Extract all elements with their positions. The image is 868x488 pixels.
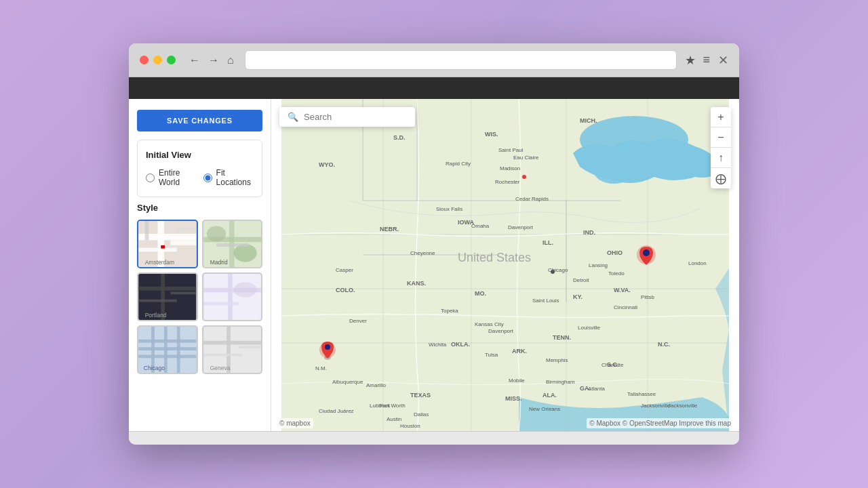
forward-button[interactable]: → [205,52,222,69]
map-search-bar: 🔍 [279,107,415,127]
svg-rect-33 [177,327,180,373]
svg-text:Chicago: Chicago [144,365,165,371]
svg-text:Amsterdam: Amsterdam [145,259,174,266]
svg-text:Jacksonville: Jacksonville [668,403,698,409]
svg-text:NEBR.: NEBR. [380,226,399,232]
svg-rect-36 [203,341,261,345]
bottom-bar [129,431,739,445]
style-thumb-monochrome[interactable]: Geneva [202,325,263,374]
save-changes-button[interactable]: SAVE CHANGES [137,110,262,131]
svg-text:Geneva: Geneva [210,365,230,371]
app-body: SAVE CHANGES Initial View Entire World F… [129,99,739,431]
svg-text:W.VA.: W.VA. [614,287,631,293]
svg-text:Rochester: Rochester [495,179,520,185]
svg-text:Davenport: Davenport [508,224,534,230]
svg-text:Wichita: Wichita [429,342,447,348]
svg-text:Houston: Houston [400,423,420,429]
svg-text:Portland: Portland [145,312,167,319]
map-attribution: © Mapbox © OpenStreetMap Improve this ma… [587,418,734,428]
window-close-icon[interactable]: ✕ [718,53,728,68]
svg-text:Sioux Falls: Sioux Falls [436,206,462,212]
svg-text:Albuquerque: Albuquerque [332,379,363,385]
initial-view-card: Initial View Entire World Fit Locations [137,140,262,197]
svg-text:OHIO: OHIO [607,249,623,256]
svg-text:N.C.: N.C. [658,341,670,348]
svg-text:Cedar Rapids: Cedar Rapids [515,196,549,202]
toolbar-icons: ★ ≡ [685,53,710,68]
traffic-lights [140,56,176,64]
svg-point-134 [551,270,555,274]
reset-bearing-button[interactable]: ↑ [711,148,731,168]
map-container: WYO. S.D. WIS. MICH. NEBR. IOWA ILL. IND… [271,99,739,431]
svg-text:Detroit: Detroit [573,277,589,283]
zoom-out-button[interactable]: − [711,127,731,148]
search-icon: 🔍 [288,112,298,122]
mapbox-logo-text: © mapbox [279,420,311,427]
close-button[interactable] [140,56,149,64]
svg-rect-6 [177,227,196,230]
minimize-button[interactable] [153,56,162,64]
svg-text:Tulsa: Tulsa [485,352,498,358]
zoom-in-button[interactable]: + [711,107,731,127]
svg-text:WIS.: WIS. [485,131,498,138]
svg-text:Dallas: Dallas [414,411,429,418]
svg-text:MICH.: MICH. [580,117,597,124]
nav-buttons: ← → ⌂ [186,52,237,69]
svg-text:Omaha: Omaha [471,223,490,229]
gps-button[interactable]: ⨁ [711,168,731,188]
svg-text:Rapid City: Rapid City [446,161,471,167]
svg-text:Topeka: Topeka [441,308,458,314]
fit-locations-radio[interactable] [203,173,212,183]
svg-text:Charlotte: Charlotte [601,362,624,368]
svg-text:Cincinnati: Cincinnati [614,304,637,310]
map-controls: + − ↑ ⨁ [711,107,731,188]
svg-text:Cheyenne: Cheyenne [410,250,435,256]
fit-locations-option[interactable]: Fit Locations [203,168,254,187]
svg-text:Lansing: Lansing [589,262,608,268]
svg-text:ALA.: ALA. [542,392,557,399]
svg-text:Mobile: Mobile [509,378,525,384]
address-bar[interactable] [245,50,677,70]
style-section: Style Amsterdam [137,203,262,374]
entire-world-radio[interactable] [146,173,155,183]
svg-rect-38 [203,354,242,357]
browser-window: ← → ⌂ ★ ≡ ✕ SAVE CHANGES Initial View En… [129,43,739,445]
svg-point-12 [206,226,225,242]
svg-rect-19 [138,300,177,302]
svg-text:Casper: Casper [336,267,353,273]
menu-icon[interactable]: ≡ [703,53,710,68]
svg-text:KANS.: KANS. [407,280,426,287]
svg-text:New Orleans: New Orleans [529,406,560,412]
svg-text:WYO.: WYO. [319,161,335,168]
svg-text:KY.: KY. [573,293,583,300]
bookmark-icon[interactable]: ★ [685,53,696,68]
svg-text:ARK.: ARK. [512,348,527,354]
map-search-input[interactable] [304,112,407,122]
svg-text:ILL.: ILL. [542,239,553,246]
back-button[interactable]: ← [186,52,203,69]
svg-point-132 [643,249,650,256]
svg-point-13 [233,244,256,262]
svg-text:Atlanta: Atlanta [588,386,605,392]
svg-text:Saint Louis: Saint Louis [532,298,559,304]
style-thumb-light[interactable] [202,272,263,321]
style-thumb-outdoor[interactable]: Madrid [202,220,263,268]
svg-text:Birmingham: Birmingham [546,379,575,385]
svg-text:Kansas City: Kansas City [475,321,504,327]
initial-view-radio-group: Entire World Fit Locations [146,168,254,187]
home-button[interactable]: ⌂ [224,52,237,69]
sidebar: SAVE CHANGES Initial View Entire World F… [129,99,271,431]
svg-text:London: London [688,260,707,266]
svg-text:Jacksonville: Jacksonville [641,403,671,409]
svg-text:N.M.: N.M. [315,365,327,371]
style-thumb-dark[interactable]: Portland [137,272,198,321]
entire-world-option[interactable]: Entire World [146,168,195,187]
style-thumb-streets[interactable]: Amsterdam [137,220,198,268]
svg-text:Saint Paul: Saint Paul [498,147,524,153]
svg-text:COLO.: COLO. [336,287,355,293]
maximize-button[interactable] [167,56,176,64]
svg-rect-8 [161,245,165,249]
svg-text:IND.: IND. [583,229,595,236]
style-thumb-blueprint[interactable]: Chicago [137,325,198,374]
svg-point-26 [233,282,256,298]
